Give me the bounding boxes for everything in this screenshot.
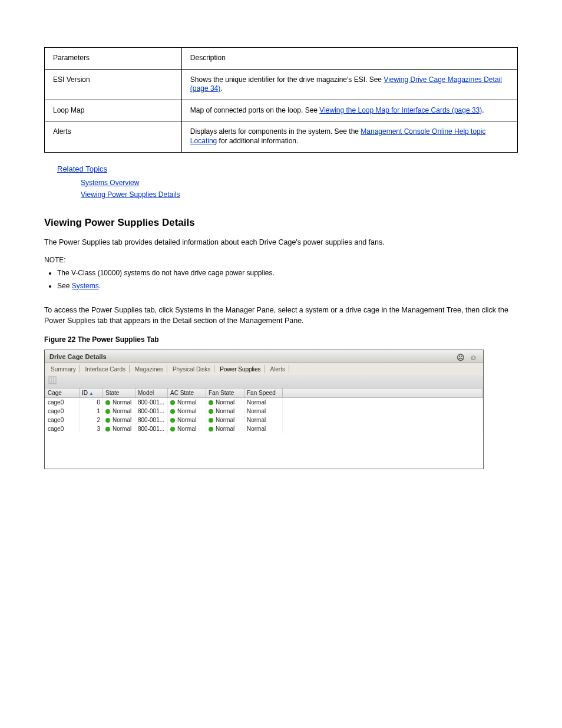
note-item-1: The V-Class (10000) systems do not have … (57, 268, 518, 279)
section-para1: The Power Supplies tab provides detailed… (44, 237, 518, 248)
table-row: Parameters Description (45, 48, 518, 70)
shot-titlebar: Drive Cage Details ☹ ☺ (45, 350, 483, 363)
table-row: Alerts Displays alerts for components in… (45, 121, 518, 152)
row2-label: Loop Map (45, 100, 182, 121)
row2-link[interactable]: Viewing the Loop Map for Interface Cards… (319, 106, 482, 114)
note2-link[interactable]: Systems (72, 282, 99, 290)
section-para2: To access the Power Supplies tab, click … (44, 305, 518, 326)
col-model[interactable]: Model (135, 388, 168, 398)
table-row[interactable]: cage01Normal800-001...NormalNormalNormal (45, 407, 483, 416)
related-link-2[interactable]: Viewing Power Supplies Details (81, 190, 180, 199)
sort-asc-icon: ▲ (89, 391, 94, 396)
col-fanstate[interactable]: Fan State (206, 388, 244, 398)
shot-toolbar (45, 375, 483, 388)
svg-rect-0 (49, 377, 56, 384)
table-row: Loop Map Map of connected ports on the l… (45, 100, 518, 121)
col-acstate[interactable]: AC State (168, 388, 206, 398)
feedback-icons[interactable]: ☹ ☺ (457, 351, 478, 364)
note-item-2: See Systems. (57, 281, 518, 292)
row1-desc: Shows the unique identifier for the driv… (181, 69, 517, 100)
tab-power-supplies[interactable]: Power Supplies (216, 365, 265, 373)
tab-interface[interactable]: Interface Cards (82, 365, 130, 373)
figure-caption: Figure 22 The Power Supplies Tab (44, 335, 518, 344)
shot-title-text: Drive Cage Details (49, 353, 107, 360)
table-row[interactable]: cage03Normal800-001...NormalNormalNormal (45, 424, 483, 433)
table-row[interactable]: cage00Normal800-001...NormalNormalNormal (45, 398, 483, 407)
col-state[interactable]: State (103, 388, 135, 398)
note2-suffix: . (99, 282, 101, 290)
table-row[interactable]: cage02Normal800-001...NormalNormalNormal (45, 416, 483, 424)
col-id[interactable]: ID▲ (80, 388, 103, 398)
tab-summary[interactable]: Summary (47, 365, 80, 373)
tab-magazines[interactable]: Magazines (131, 365, 167, 373)
note2-prefix: See (57, 282, 72, 290)
related-link-1[interactable]: Systems Overview (81, 179, 139, 187)
row2-desc: Map of connected ports on the loop. See … (181, 100, 517, 121)
shot-grid: Cage ID▲ State Model AC State Fan State … (45, 388, 483, 469)
related-topics-list: Systems Overview Viewing Power Supplies … (81, 177, 518, 201)
columns-icon[interactable] (48, 379, 57, 386)
col-filler (283, 388, 483, 398)
row1-prefix: Shows the unique identifier for the driv… (190, 75, 384, 84)
row3-label: Alerts (45, 121, 182, 152)
col-id-text: ID (82, 390, 88, 396)
row2-prefix: Map of connected ports on the loop. See (190, 106, 319, 114)
col-cage[interactable]: Cage (45, 388, 80, 398)
row3-suffix: for additional information. (217, 137, 298, 145)
shot-tabstrip: Summary Interface Cards Magazines Physic… (45, 363, 483, 375)
row0-desc: Description (181, 48, 517, 70)
col-fanspeed[interactable]: Fan Speed (244, 388, 283, 398)
section-heading: Viewing Power Supplies Details (44, 217, 518, 229)
row1-label: ESI Version (45, 69, 182, 100)
row0-label: Parameters (45, 48, 182, 70)
parameters-table: Parameters Description ESI Version Shows… (44, 47, 518, 153)
note-list: The V-Class (10000) systems do not have … (57, 268, 518, 291)
related-topics-header[interactable]: Related Topics (57, 164, 107, 173)
row3-prefix: Displays alerts for components in the sy… (190, 127, 361, 136)
row3-desc: Displays alerts for components in the sy… (181, 121, 517, 152)
table-row: ESI Version Shows the unique identifier … (45, 69, 518, 100)
tab-physical-disks[interactable]: Physical Disks (169, 365, 214, 373)
note-label: NOTE: (44, 256, 518, 264)
tab-alerts[interactable]: Alerts (266, 365, 289, 373)
row1-suffix: . (220, 84, 222, 93)
embedded-screenshot: Drive Cage Details ☹ ☺ Summary Interface… (44, 350, 484, 469)
row2-suffix: . (482, 106, 484, 114)
